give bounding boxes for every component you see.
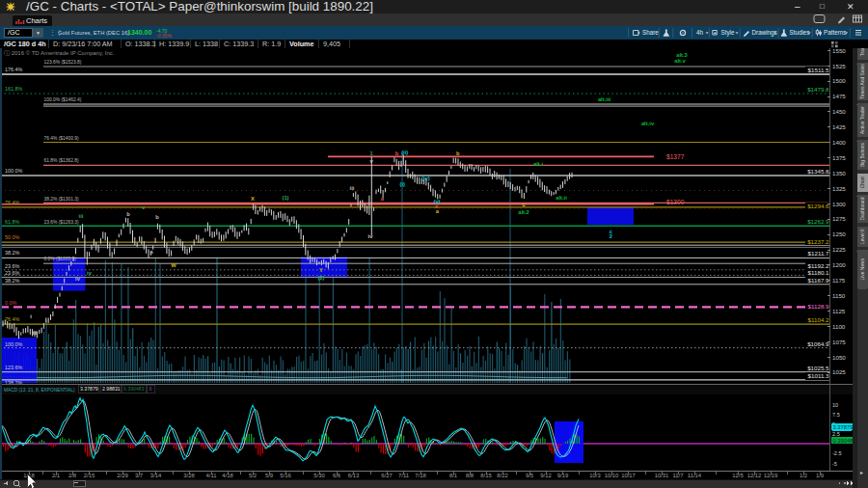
svg-text:176.4%: 176.4% [5, 67, 22, 72]
svg-text:100.0%: 100.0% [5, 168, 22, 174]
svg-text:$1064.9: $1064.9 [807, 340, 829, 347]
svg-text:-5: -5 [832, 461, 837, 467]
svg-text:1450: 1450 [832, 108, 846, 115]
svg-text:Live News: Live News [860, 258, 865, 280]
svg-text:$1300: $1300 [666, 199, 685, 205]
svg-text:8/1: 8/1 [449, 473, 457, 478]
svg-text:11/14: 11/14 [688, 473, 702, 478]
svg-text:4h: 4h [696, 29, 704, 36]
svg-text:6/27: 6/27 [381, 473, 392, 478]
svg-text:$1237.2: $1237.2 [807, 238, 829, 245]
svg-text:6/6: 6/6 [333, 473, 341, 478]
svg-text:7.5: 7.5 [832, 412, 840, 418]
svg-text:4/11: 4/11 [205, 473, 216, 478]
svg-text:(ii): (ii) [401, 149, 408, 155]
svg-text:Times And Sales: Times And Sales [860, 64, 865, 99]
svg-text:alt.2: alt.2 [518, 209, 529, 215]
svg-text:100.0% ($1462.4): 100.0% ($1462.4) [44, 97, 82, 102]
svg-text:b: b [155, 214, 159, 220]
svg-text:123.6% ($1523.8): 123.6% ($1523.8) [44, 60, 82, 65]
svg-text:123.6%: 123.6% [5, 365, 22, 370]
svg-text:1300: 1300 [832, 201, 846, 207]
svg-text:9/19: 9/19 [557, 473, 568, 478]
svg-text:$1104.2: $1104.2 [808, 316, 829, 323]
svg-text:1250: 1250 [832, 230, 846, 237]
svg-text:Dashboard: Dashboard [860, 197, 865, 220]
svg-text:61.8%: 61.8% [5, 219, 19, 225]
svg-text:iii: iii [350, 185, 355, 191]
svg-text:38.2%: 38.2% [5, 250, 19, 256]
svg-text:$1511.5: $1511.5 [808, 67, 829, 73]
svg-text:7/18: 7/18 [415, 473, 426, 478]
svg-text:5/2: 5/2 [249, 473, 257, 478]
svg-text:1125: 1125 [832, 308, 846, 314]
svg-text:3.37879: 3.37879 [833, 424, 854, 430]
svg-text:Y: Y [319, 267, 323, 273]
svg-text:10: 10 [832, 402, 838, 408]
svg-text:Patterns: Patterns [824, 29, 846, 36]
svg-text:$1128.9: $1128.9 [808, 303, 829, 310]
svg-text:5/30: 5/30 [313, 473, 325, 478]
svg-text:$1180.1: $1180.1 [808, 269, 829, 276]
svg-text:$1262.9: $1262.9 [807, 218, 829, 225]
svg-text:iv: iv [87, 270, 93, 276]
svg-text:10/31: 10/31 [655, 473, 669, 478]
svg-text:1050: 1050 [832, 354, 846, 361]
svg-text:(2): (2) [317, 275, 324, 281]
svg-text:$1377: $1377 [666, 153, 685, 160]
svg-text:$1211.7: $1211.7 [808, 250, 829, 257]
svg-text:4/18: 4/18 [222, 473, 233, 478]
svg-text:$1167.9: $1167.9 [808, 277, 829, 284]
svg-text:6/13: 6/13 [348, 473, 360, 478]
svg-text:9/12: 9/12 [540, 473, 551, 478]
svg-text:1225: 1225 [832, 246, 846, 253]
svg-text:$1011.3: $1011.3 [808, 372, 829, 379]
svg-text:b: b [456, 150, 460, 156]
svg-text:3/28: 3/28 [183, 473, 195, 478]
svg-text:0.390483: 0.390483 [123, 386, 145, 392]
svg-text:Active Trader: Active Trader [860, 106, 865, 134]
svg-text:9/5: 9/5 [526, 473, 534, 478]
svg-text:0: 0 [149, 386, 152, 392]
svg-text:MACD (13, 21, 8, EXPONENTIAL): MACD (13, 21, 8, EXPONENTIAL) [4, 388, 75, 393]
svg-text:Big Buttons: Big Buttons [860, 142, 865, 167]
svg-text:38.2%: 38.2% [5, 278, 19, 284]
svg-text:1425: 1425 [832, 123, 846, 130]
svg-text:1350: 1350 [832, 170, 846, 176]
svg-text:100.0%: 100.0% [5, 341, 22, 347]
svg-text:3.37879: 3.37879 [80, 386, 98, 392]
svg-text:1175: 1175 [832, 277, 846, 284]
svg-text:(i): (i) [400, 181, 406, 187]
svg-text:23.6% ($1263.3): 23.6% ($1263.3) [44, 220, 80, 225]
svg-text:1375: 1375 [832, 154, 846, 161]
svg-text:5/16: 5/16 [280, 473, 291, 478]
svg-text:1025: 1025 [832, 368, 846, 375]
svg-text:2: 2 [610, 233, 612, 239]
svg-text:8/22: 8/22 [497, 473, 507, 478]
svg-text:alt.iv: alt.iv [641, 121, 655, 126]
svg-text:2.98831: 2.98831 [102, 386, 121, 392]
svg-text:2/8: 2/8 [68, 473, 77, 478]
svg-text:alt.v: alt.v [674, 58, 686, 64]
svg-text:-2.5: -2.5 [832, 450, 842, 456]
svg-text:1100: 1100 [832, 323, 846, 330]
svg-text:8/15: 8/15 [480, 473, 492, 478]
svg-text:$1192.2: $1192.2 [808, 262, 829, 269]
svg-text:161.8%: 161.8% [5, 86, 22, 92]
svg-text:1475: 1475 [832, 93, 846, 99]
svg-text:1/9: 1/9 [816, 473, 824, 478]
svg-text:Studies: Studies [790, 29, 810, 36]
svg-text:alt.ii: alt.ii [556, 195, 567, 201]
svg-text:76.4% ($1400.9): 76.4% ($1400.9) [44, 136, 80, 141]
svg-text:iv: iv [368, 233, 374, 239]
svg-text:7/11: 7/11 [398, 473, 409, 478]
svg-text:(iv): (iv) [421, 176, 430, 181]
svg-text:1150: 1150 [832, 292, 846, 299]
svg-text:$1294.6: $1294.6 [807, 203, 829, 209]
svg-text:76.4%: 76.4% [5, 200, 19, 205]
svg-text:$1345.8: $1345.8 [807, 168, 829, 175]
svg-text:1075: 1075 [832, 339, 846, 345]
svg-text:alt.i: alt.i [533, 161, 543, 167]
svg-text:2/1: 2/1 [52, 473, 60, 478]
svg-text:ⓘ 2016 © TD Ameritrade IP Comp: ⓘ 2016 © TD Ameritrade IP Company, Inc. [4, 50, 115, 56]
